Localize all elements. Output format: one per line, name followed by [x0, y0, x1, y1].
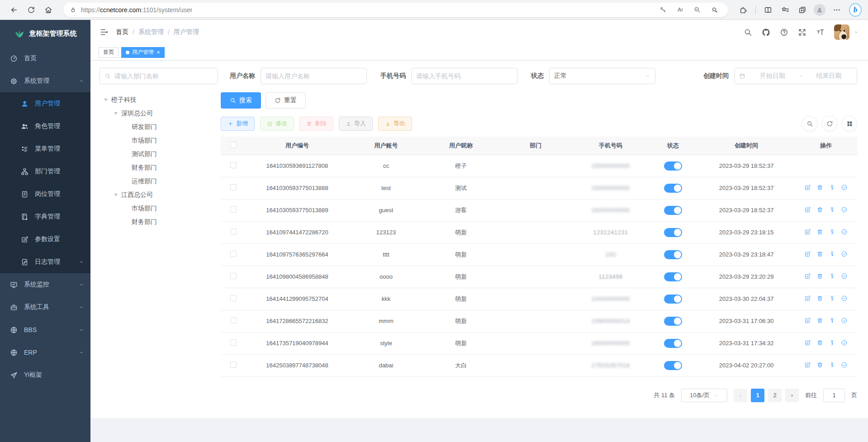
delete-row-button[interactable] [816, 273, 823, 280]
assign-role-button[interactable] [841, 361, 848, 368]
status-toggle[interactable] [664, 295, 682, 304]
delete-row-button[interactable] [816, 317, 823, 324]
edit-button[interactable] [804, 273, 811, 280]
sidebar-item-post[interactable]: 岗位管理 [0, 183, 90, 205]
reset-password-button[interactable] [829, 184, 835, 191]
font-size-button[interactable] [816, 28, 825, 37]
row-checkbox[interactable] [230, 317, 237, 323]
sidebar-item-dept[interactable]: 部门管理 [0, 160, 90, 183]
status-toggle[interactable] [664, 184, 682, 193]
toolbar-search-toggle-button[interactable] [802, 116, 817, 131]
collections-button[interactable] [795, 2, 810, 18]
tree-node[interactable]: 江西总公司 [100, 188, 221, 202]
reset-password-button[interactable] [829, 295, 835, 302]
status-toggle[interactable] [664, 361, 682, 370]
row-checkbox[interactable] [230, 251, 237, 257]
assign-role-button[interactable] [841, 295, 848, 302]
date-range-picker[interactable]: 开始日期 - 结束日期 [734, 68, 857, 84]
sidebar-item-monitor[interactable]: 系统监控 [0, 273, 90, 296]
tree-node[interactable]: 研发部门 [100, 120, 221, 134]
phone-input[interactable] [416, 72, 512, 80]
row-checkbox[interactable] [230, 361, 237, 368]
reset-password-button[interactable] [829, 251, 835, 257]
caret-down-icon[interactable] [104, 99, 108, 101]
toolbar-refresh-button[interactable] [822, 116, 837, 131]
page-size-select[interactable]: 10条/页 [681, 389, 727, 402]
edit-button[interactable] [804, 295, 811, 302]
tree-node[interactable]: 市场部门 [100, 134, 221, 147]
row-checkbox[interactable] [230, 295, 237, 301]
delete-row-button[interactable] [816, 339, 823, 346]
delete-row-button[interactable] [816, 361, 823, 368]
sidebar-item-tool[interactable]: 系统工具 [0, 296, 90, 318]
status-toggle[interactable] [664, 228, 682, 237]
breadcrumb-home[interactable]: 首页 [116, 28, 128, 36]
status-toggle[interactable] [664, 272, 682, 281]
add-favorite-button[interactable] [707, 2, 722, 18]
status-toggle[interactable] [664, 206, 682, 215]
sidebar-item-system[interactable]: 系统管理 [0, 70, 90, 92]
reset-button[interactable]: 重置 [266, 92, 306, 109]
browser-back-button[interactable] [6, 2, 22, 18]
edit-button[interactable] [804, 317, 811, 324]
tree-node[interactable]: 运维部门 [100, 175, 221, 188]
delete-button[interactable]: 删除 [299, 117, 333, 131]
close-icon[interactable]: × [157, 49, 160, 55]
delete-row-button[interactable] [816, 251, 823, 257]
delete-row-button[interactable] [816, 228, 823, 235]
phone-field[interactable] [411, 68, 517, 84]
reset-password-button[interactable] [829, 361, 835, 368]
row-checkbox[interactable] [230, 339, 237, 346]
favorites-button[interactable] [778, 2, 793, 18]
sidebar-item-role[interactable]: 角色管理 [0, 115, 90, 138]
sidebar-item-dict[interactable]: 字典管理 [0, 205, 90, 228]
row-checkbox[interactable] [230, 273, 237, 279]
next-page-button[interactable]: › [785, 389, 799, 402]
caret-down-icon[interactable] [114, 112, 118, 115]
reset-password-button[interactable] [829, 206, 835, 213]
tree-node[interactable]: 橙子科技 [100, 93, 221, 107]
password-button[interactable] [655, 2, 670, 18]
page-button-2[interactable]: 2 [768, 389, 782, 402]
browser-menu-button[interactable] [829, 2, 844, 18]
modify-button[interactable]: 修改 [260, 117, 294, 131]
import-button[interactable]: 导入 [339, 117, 373, 131]
reset-password-button[interactable] [829, 228, 835, 235]
assign-role-button[interactable] [841, 339, 848, 346]
chevron-down-icon[interactable] [854, 29, 859, 35]
edit-button[interactable] [804, 184, 811, 191]
assign-role-button[interactable] [841, 184, 848, 191]
status-select[interactable]: 正常 [549, 68, 655, 84]
sidebar-item-param[interactable]: 参数设置 [0, 228, 90, 251]
browser-home-button[interactable] [41, 2, 56, 18]
edit-button[interactable] [804, 251, 811, 257]
username-field[interactable] [261, 68, 367, 84]
reset-password-button[interactable] [829, 339, 835, 346]
select-all-checkbox[interactable] [230, 142, 237, 148]
breadcrumb-system[interactable]: 系统管理 [138, 28, 164, 36]
toolbar-columns-button[interactable] [842, 116, 857, 131]
address-bar[interactable]: https://ccnetcore.com:1101/system/user [63, 3, 728, 17]
tree-node[interactable]: 深圳总公司 [100, 107, 221, 120]
tree-node[interactable]: 市场部门 [100, 202, 221, 215]
zoom-out-button[interactable] [689, 2, 705, 18]
sidebar-item-yiframe[interactable]: Yi框架 [0, 364, 90, 386]
assign-role-button[interactable] [841, 206, 848, 213]
browser-profile-button[interactable] [812, 2, 827, 18]
goto-page-input[interactable] [823, 389, 845, 402]
delete-row-button[interactable] [816, 206, 823, 213]
edit-button[interactable] [804, 228, 811, 235]
dept-search-field[interactable] [100, 68, 218, 84]
page-button-1[interactable]: 1 [751, 389, 764, 402]
browser-refresh-button[interactable] [24, 2, 39, 18]
reset-password-button[interactable] [829, 317, 835, 324]
row-checkbox[interactable] [230, 162, 237, 168]
edit-button[interactable] [804, 339, 811, 346]
sidebar-item-menu[interactable]: 菜单管理 [0, 138, 90, 160]
read-aloud-button[interactable] [672, 2, 688, 18]
tab-home[interactable]: 首页 [99, 47, 119, 58]
caret-down-icon[interactable] [114, 194, 118, 196]
assign-role-button[interactable] [841, 251, 848, 257]
assign-role-button[interactable] [841, 228, 848, 235]
delete-row-button[interactable] [816, 184, 823, 191]
